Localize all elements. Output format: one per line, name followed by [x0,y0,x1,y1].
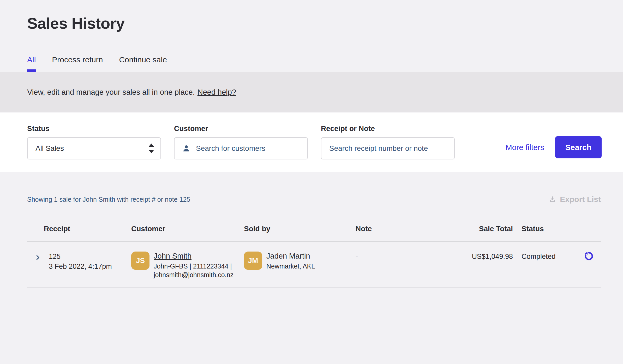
status-selected-value: All Sales [35,144,148,153]
status-cell: Completed [513,252,577,261]
receipt-search-input[interactable] [329,144,448,153]
results-section: Showing 1 sale for John Smith with recei… [0,172,623,288]
up-down-stepper-icon[interactable] [148,144,154,153]
col-header-customer: Customer [131,225,244,233]
more-filters-link[interactable]: More filters [506,143,544,152]
need-help-link[interactable]: Need help? [197,88,236,97]
receipt-note-label: Receipt or Note [321,124,455,133]
note-cell: - [356,252,462,261]
row-action-cell [577,252,601,262]
filter-bar: Status All Sales Customer Receipt or Not… [0,112,623,172]
customer-filter-group: Customer [174,124,308,159]
tab-continue-sale[interactable]: Continue sale [119,55,167,72]
receipt-cell: 125 3 Feb 2022, 4:17pm [27,252,131,271]
results-toolbar: Showing 1 sale for John Smith with recei… [27,195,601,204]
results-summary: Showing 1 sale for John Smith with recei… [27,196,190,203]
col-header-sale-total: Sale Total [462,225,513,233]
chevron-right-icon[interactable] [35,255,41,260]
col-header-receipt: Receipt [27,225,131,233]
table-row[interactable]: 125 3 Feb 2022, 4:17pm JS John Smith Joh… [27,242,601,288]
up-arrow-icon[interactable] [148,144,154,147]
tab-all[interactable]: All [27,55,36,72]
person-icon [182,145,190,152]
table-header-row: Receipt Customer Sold by Note Sale Total… [27,216,601,242]
customer-cell: JS John Smith John-GFBS | 2111223344 | j… [131,252,244,279]
receipt-number: 125 [49,252,112,261]
sold-by-location: Newmarket, AKL [266,262,315,271]
page-header: Sales History All Process return Continu… [0,0,623,72]
return-sale-icon [584,252,594,261]
export-list-button[interactable]: Export List [548,195,601,204]
receipt-search-box [321,137,455,159]
col-header-sold-by: Sold by [244,225,356,233]
info-banner: View, edit and manage your sales all in … [0,72,623,112]
tab-bar: All Process return Continue sale [27,55,596,72]
page-title: Sales History [27,14,596,32]
sale-total-cell: US$1,049.98 [462,252,513,261]
download-icon [548,195,556,203]
tab-process-return[interactable]: Process return [52,55,103,72]
down-arrow-icon[interactable] [148,150,154,153]
status-label: Status [27,124,161,133]
col-header-note: Note [356,225,462,233]
sold-by-name: Jaden Martin [266,252,315,260]
status-filter-group: Status All Sales [27,124,161,159]
export-list-label: Export List [560,195,601,204]
filter-actions: More filters Search [506,136,602,158]
search-button[interactable]: Search [555,136,602,158]
customer-search-box [174,137,308,159]
receipt-filter-group: Receipt or Note [321,124,455,159]
receipt-date: 3 Feb 2022, 4:17pm [49,261,112,271]
sold-by-cell: JM Jaden Martin Newmarket, AKL [244,252,356,271]
customer-name-link[interactable]: John Smith [154,252,191,260]
status-select[interactable]: All Sales [27,137,161,159]
return-sale-button[interactable] [584,252,594,262]
sales-table: Receipt Customer Sold by Note Sale Total… [27,216,601,288]
customer-search-input[interactable] [196,144,301,153]
customer-details-line1: John-GFBS | 2111223344 | [154,262,232,270]
banner-text: View, edit and manage your sales all in … [27,88,195,97]
col-header-status: Status [513,225,577,233]
sold-by-avatar: JM [244,252,262,270]
customer-email: johnsmith@johnsmith.co.nz [154,271,233,278]
customer-label: Customer [174,124,308,133]
customer-avatar: JS [131,252,149,270]
